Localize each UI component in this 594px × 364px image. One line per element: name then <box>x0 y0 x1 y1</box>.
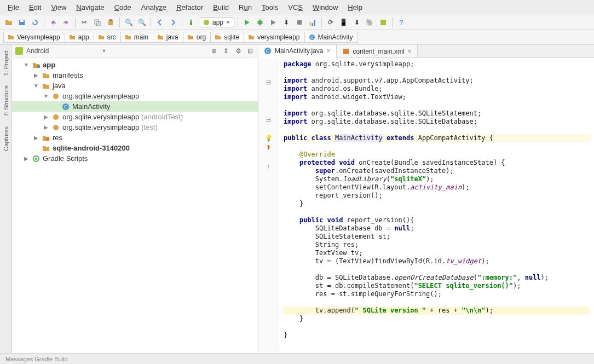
menu-run[interactable]: Run <box>235 2 255 13</box>
expand-icon[interactable]: ⇕ <box>222 47 230 55</box>
tree-node[interactable]: sqlite-android-3140200 <box>12 143 258 153</box>
chevron-down-icon[interactable]: ▼ <box>23 62 30 68</box>
forward-icon[interactable] <box>168 17 178 28</box>
attach-debugger-icon[interactable]: ⬇ <box>281 17 292 28</box>
help-icon[interactable]: ? <box>396 17 407 28</box>
make-icon[interactable] <box>186 17 197 28</box>
bulb-icon[interactable]: 💡 <box>265 135 273 143</box>
save-icon[interactable] <box>16 17 27 28</box>
folder-icon <box>124 33 132 41</box>
svg-point-19 <box>53 125 59 130</box>
folder-icon <box>42 72 50 79</box>
copy-icon[interactable] <box>92 17 103 28</box>
undo-icon[interactable] <box>48 17 59 28</box>
menu-analyze[interactable]: Analyze <box>138 2 170 13</box>
project-view-selector[interactable]: Android <box>26 47 49 55</box>
chevron-right-icon[interactable]: ▶ <box>43 114 49 120</box>
menu-refactor[interactable]: Refactor <box>173 2 206 13</box>
breadcrumb-item[interactable]: CMainActivity <box>304 32 358 43</box>
svg-text:C: C <box>266 48 270 54</box>
apply-changes-icon[interactable] <box>268 17 279 28</box>
breadcrumb-item[interactable]: Verysimpleapp <box>3 32 65 43</box>
tool-project[interactable]: 1: Project <box>2 48 10 78</box>
tree-node[interactable]: CMainActivity <box>12 101 258 112</box>
menu-edit[interactable]: Edit <box>26 2 44 13</box>
menu-file[interactable]: File <box>4 2 22 13</box>
tree-node[interactable]: ▶Gradle Scripts <box>12 153 258 164</box>
menu-build[interactable]: Build <box>210 2 232 13</box>
hide-icon[interactable]: ⊟ <box>246 47 255 55</box>
menu-navigate[interactable]: Navigate <box>73 2 107 13</box>
project-tree[interactable]: ▼app▶manifests▼java▼org.sqlite.verysimpl… <box>12 57 258 353</box>
code-editor[interactable]: package org.sqlite.verysimpleapp; import… <box>279 58 594 353</box>
chevron-down-icon[interactable]: ▼ <box>33 83 39 89</box>
tree-node[interactable]: ▶res <box>12 132 258 143</box>
replace-icon[interactable]: 🔍 <box>136 17 147 28</box>
tree-node-suffix: (androidTest) <box>141 113 183 121</box>
editor-tab-label: content_main.xml <box>353 48 405 55</box>
tree-node[interactable]: ▶manifests <box>12 70 258 80</box>
find-icon[interactable]: 🔍 <box>123 17 134 28</box>
paste-icon[interactable] <box>105 17 116 28</box>
menu-vcs[interactable]: VCS <box>285 2 306 13</box>
tree-node-label: org.sqlite.verysimpleapp <box>62 92 139 100</box>
breadcrumb-item[interactable]: java <box>153 32 183 43</box>
gear-icon[interactable]: ⚙ <box>234 47 243 55</box>
gradle-icon[interactable]: 🐘 <box>365 17 376 28</box>
editor-tab[interactable]: CMainActivity.java× <box>258 45 337 58</box>
tree-node[interactable]: ▼app <box>12 60 258 70</box>
run-icon[interactable] <box>241 17 252 28</box>
breadcrumb-label: main <box>134 33 148 41</box>
menu-help[interactable]: Help <box>344 2 366 13</box>
avd-icon[interactable]: 📱 <box>338 17 349 28</box>
breadcrumb-item[interactable]: app <box>65 32 94 43</box>
run-config-selector[interactable]: app ▼ <box>199 18 234 27</box>
svg-text:C: C <box>310 35 314 40</box>
tree-node-label: res <box>53 134 62 142</box>
collapse-icon[interactable]: ⊕ <box>210 47 218 55</box>
open-icon[interactable] <box>3 17 14 28</box>
close-icon[interactable]: × <box>326 47 330 55</box>
fold-icon[interactable]: ⊟ <box>266 79 271 87</box>
breadcrumb-item[interactable]: main <box>120 32 153 43</box>
sdk-icon[interactable]: ⬇ <box>351 17 362 28</box>
profile-icon[interactable]: 📊 <box>307 17 318 28</box>
tool-structure[interactable]: 7: Structure <box>2 83 10 119</box>
chevron-right-icon[interactable]: ▶ <box>33 135 39 141</box>
override-up-icon[interactable]: ↑ <box>267 163 270 171</box>
chevron-right-icon[interactable]: ▶ <box>33 72 39 78</box>
tree-node[interactable]: ▶org.sqlite.verysimpleapp (androidTest) <box>12 112 258 122</box>
chevron-right-icon[interactable]: ▶ <box>23 155 30 161</box>
redo-icon[interactable] <box>61 17 72 28</box>
back-icon[interactable] <box>154 17 165 28</box>
menu-view[interactable]: View <box>48 2 70 13</box>
tool-captures[interactable]: Captures <box>2 124 10 153</box>
breadcrumb-item[interactable]: sqlite <box>210 32 244 43</box>
folder-icon <box>187 33 194 41</box>
breadcrumb-item[interactable]: verysimpleapp <box>244 32 304 43</box>
cut-icon[interactable]: ✂ <box>79 17 90 28</box>
menu-code[interactable]: Code <box>111 2 135 13</box>
chevron-right-icon[interactable]: ▶ <box>43 124 49 130</box>
svg-rect-25 <box>343 49 349 54</box>
stop-icon[interactable] <box>294 17 305 28</box>
android-monitor-icon[interactable] <box>378 17 389 28</box>
menu-window[interactable]: Window <box>309 2 341 13</box>
close-icon[interactable]: × <box>408 48 412 55</box>
editor-gutter[interactable]: ⊟ ⊟ 💡 ⬆ ↑ <box>258 58 279 353</box>
tree-node[interactable]: ▼java <box>12 80 258 91</box>
debug-icon[interactable] <box>255 17 266 28</box>
chevron-down-icon[interactable]: ▼ <box>43 93 49 99</box>
svg-rect-13 <box>15 47 23 55</box>
menu-tools[interactable]: Tools <box>258 2 281 13</box>
fold-icon[interactable]: ⊟ <box>266 116 271 124</box>
sync-icon[interactable] <box>30 17 41 28</box>
breadcrumb-item[interactable]: org <box>183 32 211 43</box>
tree-node[interactable]: ▶org.sqlite.verysimpleapp (test) <box>12 122 258 132</box>
breadcrumb-item[interactable]: src <box>94 32 121 43</box>
tree-node[interactable]: ▼org.sqlite.verysimpleapp <box>12 91 258 101</box>
editor-tab[interactable]: content_main.xml× <box>337 45 418 57</box>
override-icon[interactable]: ⬆ <box>266 144 271 152</box>
svg-text:C: C <box>64 104 68 109</box>
sync-gradle-icon[interactable]: ⟳ <box>325 17 336 28</box>
